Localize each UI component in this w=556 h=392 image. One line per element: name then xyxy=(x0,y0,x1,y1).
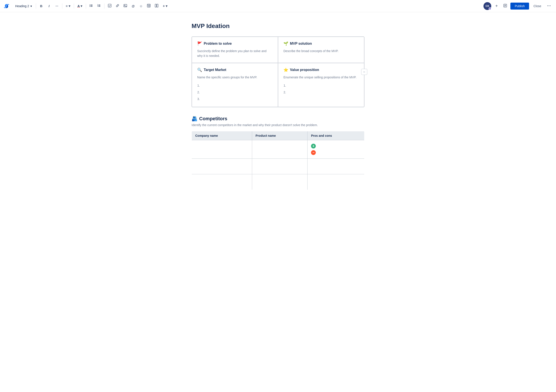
list-item xyxy=(287,89,359,96)
table-cell-pros-cons-2[interactable] xyxy=(308,158,364,174)
card-target-market: 🔍 Target Market Name the specific users … xyxy=(192,63,278,107)
col-header-product: Product name xyxy=(252,131,308,140)
unpublished-changes-button[interactable] xyxy=(502,3,509,9)
align-button[interactable]: ≡ ▾ xyxy=(64,3,72,9)
table-body: + − xyxy=(192,140,364,190)
svg-point-4 xyxy=(90,6,90,7)
competitors-icon: 🫂 xyxy=(192,116,197,121)
table-cell-company-1[interactable] xyxy=(192,140,252,158)
plus-icon: + xyxy=(495,3,498,8)
toolbar-divider-1 xyxy=(36,3,36,9)
avatar-badge xyxy=(489,7,491,10)
card-desc-problem: Succinctly define the problem you plan t… xyxy=(197,49,273,58)
insert-button[interactable]: + ▾ xyxy=(161,3,169,9)
publish-label: Publish xyxy=(515,4,525,8)
app-logo xyxy=(3,3,9,9)
align-chevron-icon: ▾ xyxy=(69,4,70,8)
table-cell-pros-cons-1[interactable]: + − xyxy=(308,140,364,158)
avatar-initials: CK xyxy=(486,5,489,8)
svg-rect-20 xyxy=(157,4,158,7)
avatar-group: CK xyxy=(483,2,491,10)
cons-icon: − xyxy=(311,150,316,155)
text-color-icon: A xyxy=(77,4,80,8)
toolbar-divider-3 xyxy=(74,3,74,9)
minus-sign: − xyxy=(312,151,314,154)
target-icon: 🔍 xyxy=(197,68,202,72)
svg-rect-15 xyxy=(147,4,150,7)
svg-rect-12 xyxy=(108,4,111,7)
more-options-button[interactable]: ··· xyxy=(546,3,553,9)
publish-button[interactable]: Publish xyxy=(510,3,529,9)
numbered-list-button[interactable]: 1.2.3. xyxy=(96,3,102,9)
pros-icon: + xyxy=(311,144,316,149)
table-cell-company-3[interactable] xyxy=(192,174,252,190)
table-cell-product-2[interactable] xyxy=(252,158,308,174)
more-format-icon: ··· xyxy=(56,4,58,8)
close-label: Close xyxy=(533,4,541,8)
toolbar-divider-5 xyxy=(104,3,104,9)
card-title-problem: 🚩 Problem to solve xyxy=(197,41,273,46)
card-grid: 🚩 Problem to solve Succinctly define the… xyxy=(192,37,364,107)
text-color-button[interactable]: A ▾ xyxy=(76,3,84,9)
heading-chevron-icon: ▾ xyxy=(31,4,32,8)
table-header-row: Company name Product name Pros and cons xyxy=(192,131,364,140)
link-icon xyxy=(116,4,119,8)
value-icon: ⭐ xyxy=(283,68,288,72)
insert-chevron-icon: ▾ xyxy=(166,4,167,8)
unpublished-icon xyxy=(503,4,507,8)
image-button[interactable] xyxy=(122,3,129,9)
task-button[interactable] xyxy=(106,3,113,9)
toolbar-right: CK + Publish Close ··· xyxy=(483,2,553,10)
card-value-proposition: ⭐ Value proposition Enumerate the unique… xyxy=(278,63,364,107)
text-color-chevron-icon: ▾ xyxy=(81,4,82,8)
svg-rect-11 xyxy=(98,6,100,7)
table-cell-pros-cons-3[interactable] xyxy=(308,174,364,190)
insert-icon: + xyxy=(163,4,165,8)
svg-rect-5 xyxy=(91,6,93,7)
italic-icon: I xyxy=(49,4,49,8)
table-button[interactable] xyxy=(145,3,152,9)
svg-point-14 xyxy=(124,5,125,6)
svg-point-2 xyxy=(90,5,90,6)
competitors-table: Company name Product name Pros and cons xyxy=(192,131,364,190)
problem-icon: 🚩 xyxy=(197,41,202,46)
avatar: CK xyxy=(483,2,491,10)
card-title-target: 🔍 Target Market xyxy=(197,68,273,72)
pros-cons-container: + − xyxy=(311,144,361,155)
add-collaborator-button[interactable]: + xyxy=(493,3,500,9)
emoji-icon: ☺ xyxy=(139,4,143,8)
resize-horizontal-icon: ↔ xyxy=(363,70,365,73)
list-item xyxy=(201,82,273,89)
table-cell-product-3[interactable] xyxy=(252,174,308,190)
mention-button[interactable]: @ xyxy=(130,3,137,9)
col-header-pros-cons: Pros and cons xyxy=(308,131,364,140)
table-cell-company-2[interactable] xyxy=(192,158,252,174)
card-mvp-solution: 🌱 MVP solution Describe the broad concep… xyxy=(278,37,364,63)
close-button[interactable]: Close xyxy=(531,3,544,9)
bullet-list-button[interactable] xyxy=(88,3,95,9)
list-item xyxy=(201,89,273,96)
more-format-button[interactable]: ··· xyxy=(54,3,60,9)
heading-selector[interactable]: Heading 2 ▾ xyxy=(13,3,34,9)
card-title-mvp: 🌱 MVP solution xyxy=(283,41,359,46)
table-header: Company name Product name Pros and cons xyxy=(192,131,364,140)
bold-button[interactable]: B xyxy=(38,3,45,9)
link-button[interactable] xyxy=(114,3,121,9)
col-header-company: Company name xyxy=(192,131,252,140)
table-cell-product-1[interactable] xyxy=(252,140,308,158)
card-title-text-mvp: MVP solution xyxy=(290,42,312,45)
svg-rect-9 xyxy=(98,5,100,6)
svg-point-0 xyxy=(90,5,90,5)
list-item xyxy=(201,96,273,102)
svg-rect-19 xyxy=(155,4,156,7)
resize-handle[interactable]: ↔ xyxy=(361,69,367,75)
page-title: MVP Ideation xyxy=(192,23,364,30)
task-icon xyxy=(108,4,111,8)
svg-rect-1 xyxy=(91,5,93,5)
layout-button[interactable] xyxy=(153,3,160,9)
svg-text:3.: 3. xyxy=(97,6,98,7)
italic-button[interactable]: I xyxy=(46,3,53,9)
mention-icon: @ xyxy=(132,4,135,8)
card-problem-to-solve: 🚩 Problem to solve Succinctly define the… xyxy=(192,37,278,63)
emoji-button[interactable]: ☺ xyxy=(138,3,144,9)
